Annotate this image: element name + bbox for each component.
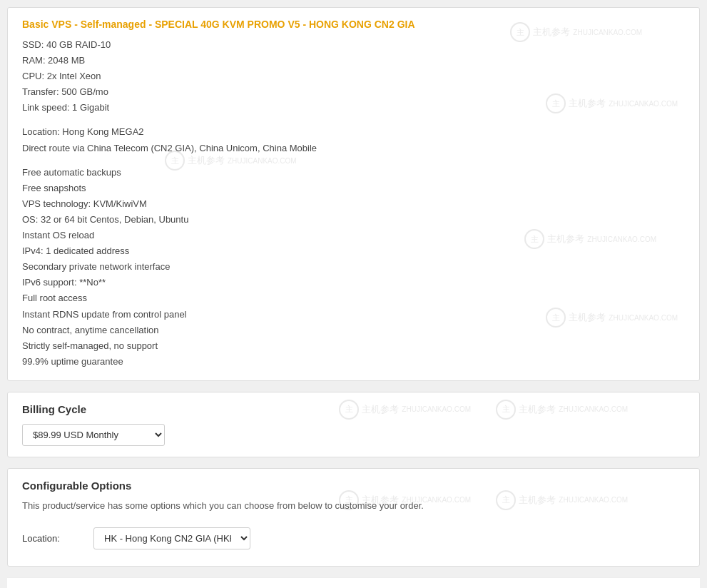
location-label: Location: <box>22 533 79 544</box>
location-select[interactable]: HK - Hong Kong CN2 GIA (HKHI... Other Lo… <box>93 527 250 549</box>
feature-uptime: 99.9% uptime guarantee <box>22 354 685 370</box>
config-title: Configurable Options <box>22 480 685 492</box>
spec-location: Location: Hong Kong MEGA2 <box>22 124 685 140</box>
product-title: Basic VPS - Self-managed - SPECIAL 40G K… <box>22 19 685 30</box>
location-row: Location: HK - Hong Kong CN2 GIA (HKHI..… <box>22 522 685 555</box>
feature-rdns: Instant RDNS update from control panel <box>22 307 685 323</box>
feature-vps-tech: VPS technology: KVM/KiwiVM <box>22 196 685 212</box>
spec-route: Direct route via China Telecom (CN2 GIA)… <box>22 141 685 156</box>
feature-self-managed: Strictly self-managed, no support <box>22 338 685 354</box>
add-to-cart-section: Add to Cart 主 主机参考 zhujicankao.com <box>7 577 700 588</box>
product-specs: SSD: 40 GB RAID-10 RAM: 2048 MB CPU: 2x … <box>22 37 685 370</box>
feature-backups: Free automatic backups <box>22 165 685 181</box>
feature-root: Full root access <box>22 290 685 306</box>
feature-contract: No contract, anytime cancellation <box>22 323 685 338</box>
feature-ipv6: IPv6 support: **No** <box>22 275 685 290</box>
spec-ram: RAM: 2048 MB <box>22 53 685 69</box>
billing-cycle-select[interactable]: $89.99 USD Monthly $89.99 USD Quarterly … <box>22 424 165 446</box>
billing-section: 主 主机参考ZHUJICANKAO.COM 主 主机参考ZHUJICANKAO.… <box>7 392 700 457</box>
feature-private-net: Secondary private network interface <box>22 259 685 275</box>
product-card: 主 主机参考ZHUJICANKAO.COM 主 主机参考ZHUJICANKAO.… <box>7 7 700 381</box>
feature-os: OS: 32 or 64 bit Centos, Debian, Ubuntu <box>22 212 685 228</box>
spec-link: Link speed: 1 Gigabit <box>22 100 685 116</box>
configurable-section: 主 主机参考ZHUJICANKAO.COM 主 主机参考ZHUJICANKAO.… <box>7 468 700 567</box>
spec-cpu: CPU: 2x Intel Xeon <box>22 69 685 84</box>
feature-os-reload: Instant OS reload <box>22 228 685 243</box>
config-description: This product/service has some options wh… <box>22 500 685 511</box>
feature-snapshots: Free snapshots <box>22 181 685 196</box>
spec-ssd: SSD: 40 GB RAID-10 <box>22 37 685 53</box>
feature-ipv4: IPv4: 1 dedicated address <box>22 243 685 259</box>
billing-title: Billing Cycle <box>22 403 685 415</box>
spec-transfer: Transfer: 500 GB/mo <box>22 84 685 100</box>
